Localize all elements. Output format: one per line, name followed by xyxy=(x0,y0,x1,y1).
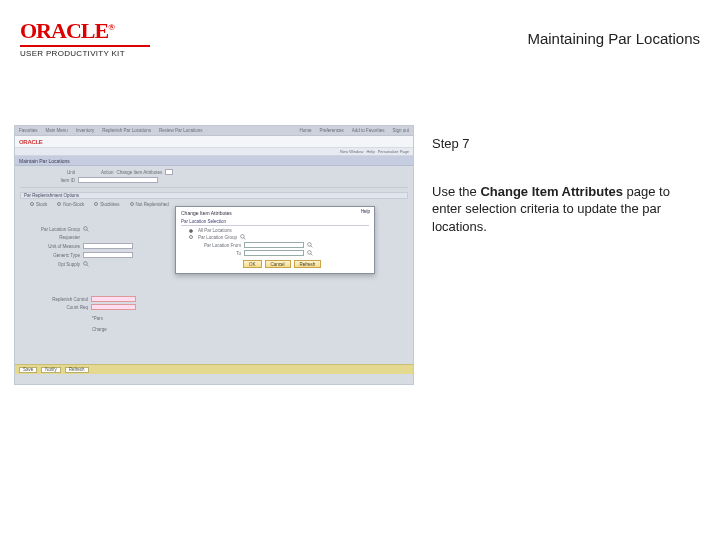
breadcrumb-item[interactable]: Inventory xyxy=(76,128,95,133)
itemid-field[interactable] xyxy=(78,177,158,183)
replenish-control-field[interactable] xyxy=(91,296,136,302)
app-screenshot: Favorites Main Menu Inventory Replenish … xyxy=(14,125,414,385)
oracle-logo-tm: ® xyxy=(108,22,114,32)
instruction-bold: Change Item Attributes xyxy=(480,184,623,199)
svg-line-1 xyxy=(87,230,89,232)
breadcrumb-bar: Favorites Main Menu Inventory Replenish … xyxy=(15,126,413,136)
left-form: Par Location Group Requester Unit of Mea… xyxy=(20,226,170,270)
radio-par-group-label: Par Location Group xyxy=(198,235,237,240)
document-title: Maintaining Par Locations xyxy=(527,20,700,47)
topnav-link-home[interactable]: Home xyxy=(299,128,311,133)
divider xyxy=(20,187,408,188)
label-optsupply: Opt Supply xyxy=(20,262,80,267)
label-par-group: Par Location Group xyxy=(20,227,80,232)
mini-oracle-logo: ORACLE xyxy=(19,139,43,145)
left-extra-form: Replenish Control Count Req *Pars Charge xyxy=(20,296,155,332)
step-label: Step 7 xyxy=(432,135,692,153)
value-action: Change Item Attributes xyxy=(117,170,163,175)
page-body: Unit Action Change Item Attributes Item … xyxy=(15,166,413,374)
breadcrumb-item[interactable]: Replenish Par Locations xyxy=(102,128,151,133)
svg-line-7 xyxy=(311,246,313,248)
radio-nonstock[interactable] xyxy=(57,202,61,206)
topnav-link-fav[interactable]: Add to Favorites xyxy=(352,128,385,133)
par-from-field[interactable] xyxy=(244,242,304,248)
logo-divider xyxy=(20,45,150,47)
label-action: Action xyxy=(101,170,114,175)
ok-button[interactable]: OK xyxy=(243,260,262,268)
link-new-window[interactable]: New Window xyxy=(340,149,363,154)
label-pars: *Pars xyxy=(92,316,155,321)
label-charge: Charge xyxy=(92,327,155,332)
change-item-attributes-dialog: Change Item Attributes Help Par Location… xyxy=(175,206,375,274)
topnav-link-prefs[interactable]: Preferences xyxy=(319,128,343,133)
label-generic: Generic Type xyxy=(20,253,80,258)
action-dropdown[interactable] xyxy=(165,169,173,175)
page-title: Maintain Par Locations xyxy=(19,158,70,164)
radio-stockless[interactable] xyxy=(94,202,98,206)
uom-field[interactable] xyxy=(83,243,133,249)
label-par-to: To xyxy=(181,251,241,256)
breadcrumb-item[interactable]: Main Menu xyxy=(46,128,68,133)
section-par-options: Par Replenishment Options xyxy=(20,192,408,199)
label-replenish-control: Replenish Control xyxy=(20,297,88,302)
radio-stock[interactable] xyxy=(30,202,34,206)
label-count-req: Count Req xyxy=(20,305,88,310)
breadcrumb-item[interactable]: Favorites xyxy=(19,128,38,133)
link-help[interactable]: Help xyxy=(366,149,374,154)
svg-line-3 xyxy=(87,265,89,267)
notify-button[interactable]: Notify xyxy=(41,367,61,373)
cancel-button[interactable]: Cancel xyxy=(265,260,291,268)
refresh-button[interactable]: Refresh xyxy=(65,367,89,373)
dialog-help-link[interactable]: Help xyxy=(361,209,370,214)
lookup-icon[interactable] xyxy=(307,242,313,248)
save-button[interactable]: Save xyxy=(19,367,37,373)
svg-line-5 xyxy=(244,238,246,240)
radio-par-group[interactable] xyxy=(189,235,193,239)
svg-line-9 xyxy=(311,254,313,256)
link-personalize[interactable]: Personalize Page xyxy=(378,149,409,154)
sub-toolbar: New Window Help Personalize Page xyxy=(15,148,413,156)
instruction-text: Use the Change Item Attributes page to e… xyxy=(432,183,692,236)
radio-all-par[interactable] xyxy=(189,229,193,233)
radio-notreplen[interactable] xyxy=(130,202,134,206)
instruction-column: Step 7 Use the Change Item Attributes pa… xyxy=(432,135,692,235)
oracle-logo-block: ORACLE® USER PRODUCTIVITY KIT xyxy=(20,20,150,58)
lookup-icon[interactable] xyxy=(240,234,246,240)
radio-all-par-label: All Par Locations xyxy=(198,228,232,233)
topnav-link-signout[interactable]: Sign out xyxy=(392,128,409,133)
instruction-pre: Use the xyxy=(432,184,480,199)
lookup-icon[interactable] xyxy=(307,250,313,256)
oracle-logo: ORACLE® xyxy=(20,20,150,42)
label-par-from: Par Location From xyxy=(181,243,241,248)
label-unit: Unit xyxy=(20,170,75,175)
page-title-bar: Maintain Par Locations xyxy=(15,156,413,166)
page-footer-toolbar: Save Notify Refresh xyxy=(15,364,413,374)
lookup-icon[interactable] xyxy=(83,261,89,267)
breadcrumb-item[interactable]: Review Par Locations xyxy=(159,128,203,133)
oracle-logo-text: ORACLE xyxy=(20,18,108,43)
refresh-button[interactable]: Refresh xyxy=(294,260,322,268)
logo-subtitle: USER PRODUCTIVITY KIT xyxy=(20,49,150,58)
dialog-section-header: Par Location Selection xyxy=(181,219,369,226)
label-uom: Unit of Measure xyxy=(20,244,80,249)
brand-bar: ORACLE xyxy=(15,136,413,148)
label-itemid: Item ID xyxy=(20,178,75,183)
count-req-field[interactable] xyxy=(91,304,136,310)
label-requester: Requester xyxy=(20,235,80,240)
generic-field[interactable] xyxy=(83,252,133,258)
lookup-icon[interactable] xyxy=(83,226,89,232)
par-to-field[interactable] xyxy=(244,250,304,256)
dialog-title: Change Item Attributes xyxy=(181,210,369,216)
